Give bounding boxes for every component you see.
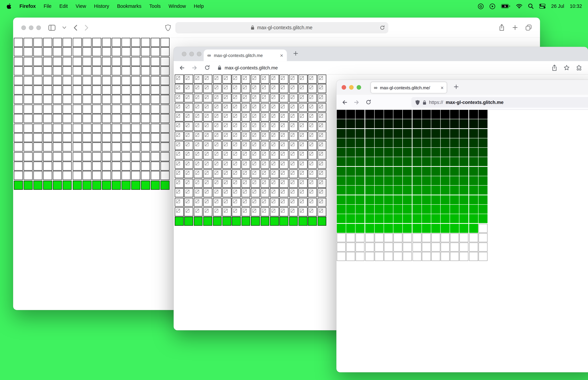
menu-window[interactable]: Window — [169, 3, 186, 9]
menu-edit[interactable]: Edit — [59, 3, 68, 9]
address-bar[interactable]: max-gl-contexts.glitch.me — [217, 65, 551, 70]
menu-file[interactable]: File — [44, 3, 51, 9]
close-tab-icon[interactable]: × — [440, 85, 444, 90]
canvas-cell — [222, 207, 231, 216]
menubar-time[interactable]: 10:32 — [570, 3, 582, 9]
extensions-icon[interactable] — [576, 65, 582, 71]
canvas-cell — [232, 160, 241, 169]
minimize-window-button[interactable] — [189, 52, 194, 56]
canvas-cell — [184, 75, 193, 83]
chevron-down-icon[interactable] — [62, 26, 66, 29]
canvas-cell — [102, 57, 111, 66]
canvas-cell — [299, 207, 307, 216]
reload-icon[interactable] — [204, 65, 210, 70]
menu-view[interactable]: View — [76, 3, 86, 9]
canvas-cell — [308, 122, 317, 131]
new-tab-icon[interactable] — [512, 25, 518, 30]
menu-history[interactable]: History — [94, 3, 109, 9]
browser-tab[interactable]: ∞ max-gl-contexts.glitch.me/ × — [371, 82, 447, 93]
close-tab-icon[interactable]: × — [280, 53, 283, 58]
zoom-window-button[interactable] — [357, 85, 361, 90]
spotlight-search-icon[interactable] — [528, 3, 533, 9]
canvas-cell — [308, 150, 317, 159]
sidebar-icon[interactable] — [48, 24, 56, 30]
zoom-window-button[interactable] — [197, 52, 201, 56]
app-menu-firefox[interactable]: Firefox — [19, 3, 36, 9]
canvas-cell — [337, 138, 346, 147]
minimize-window-button[interactable] — [29, 25, 33, 30]
forward-icon[interactable] — [191, 65, 198, 71]
share-icon[interactable] — [499, 24, 505, 31]
canvas-cell — [82, 143, 91, 152]
canvas-cell — [441, 205, 450, 214]
menu-tools[interactable]: Tools — [149, 3, 161, 9]
canvas-cell — [478, 214, 487, 223]
close-window-button[interactable] — [182, 52, 186, 56]
canvas-cell — [121, 152, 131, 161]
canvas-cell — [63, 133, 72, 142]
canvas-cell — [14, 95, 23, 104]
lock-icon — [423, 100, 426, 105]
bookmark-star-icon[interactable] — [564, 65, 570, 70]
share-icon[interactable] — [551, 64, 557, 71]
canvas-cell — [289, 103, 298, 112]
canvas-cell — [356, 110, 365, 119]
zoom-window-button[interactable] — [37, 25, 41, 30]
battery-charging-icon[interactable] — [501, 4, 510, 9]
canvas-cell — [241, 160, 250, 169]
canvas-cell — [203, 188, 212, 197]
reload-icon[interactable] — [366, 99, 371, 105]
canvas-cell — [194, 141, 203, 150]
browser-tab[interactable]: ∞ max-gl-contexts.glitch.me × — [204, 50, 287, 61]
canvas-cell — [92, 38, 101, 47]
forward-icon[interactable] — [84, 24, 89, 31]
canvas-cell — [43, 162, 52, 171]
canvas-cell — [92, 104, 101, 114]
menu-bookmarks[interactable]: Bookmarks — [117, 3, 141, 9]
canvas-cell — [280, 113, 288, 121]
canvas-cell — [241, 188, 250, 197]
canvas-cell — [422, 119, 431, 128]
canvas-cell — [393, 252, 402, 261]
forward-icon[interactable] — [354, 99, 360, 105]
minimize-window-button[interactable] — [349, 85, 354, 90]
canvas-cell — [346, 205, 355, 214]
google-g-icon[interactable]: G — [477, 3, 484, 9]
canvas-cell — [478, 252, 487, 261]
tabs-overview-icon[interactable] — [525, 24, 532, 31]
canvas-cell — [53, 95, 62, 104]
new-tab-button[interactable] — [293, 51, 298, 56]
menu-help[interactable]: Help — [194, 3, 204, 9]
canvas-cell — [213, 141, 222, 150]
new-tab-button[interactable] — [454, 84, 459, 90]
close-window-button[interactable] — [21, 25, 26, 30]
canvas-cell — [365, 214, 374, 223]
back-icon[interactable] — [179, 65, 185, 71]
close-window-button[interactable] — [342, 85, 346, 90]
address-bar[interactable]: https://max-gl-contexts.glitch.me — [411, 97, 588, 108]
canvas-cell — [112, 181, 121, 190]
canvas-cell — [222, 150, 231, 159]
play-circle-icon[interactable] — [489, 3, 495, 9]
back-icon[interactable] — [73, 24, 77, 31]
canvas-cell — [73, 133, 82, 142]
canvas-cell — [422, 252, 431, 261]
canvas-cell — [112, 123, 121, 133]
canvas-cell — [450, 243, 459, 252]
canvas-cell — [280, 75, 288, 83]
menubar-date[interactable]: 26 Jul — [551, 3, 564, 9]
apple-icon[interactable] — [6, 3, 12, 9]
wifi-icon[interactable] — [516, 4, 522, 9]
back-icon[interactable] — [342, 99, 348, 105]
tracking-shield-icon — [415, 99, 420, 105]
canvas-cell — [412, 138, 421, 147]
canvas-cell — [441, 110, 450, 119]
address-bar[interactable]: max-gl-contexts.glitch.me — [175, 22, 388, 33]
canvas-cell — [318, 170, 326, 178]
canvas-cell — [251, 75, 260, 83]
reload-icon[interactable] — [379, 25, 385, 30]
control-center-icon[interactable] — [539, 4, 546, 9]
canvas-cell — [161, 47, 170, 57]
canvas-cell — [308, 188, 317, 197]
privacy-shield-icon[interactable] — [165, 24, 171, 31]
